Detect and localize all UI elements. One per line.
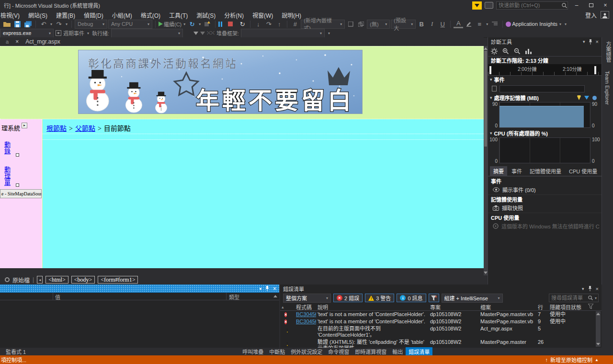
refresh-dropdown-icon[interactable]: ▾	[198, 20, 202, 28]
column-project[interactable]: 專案	[429, 303, 479, 311]
feedback-filter-icon[interactable]	[472, 1, 482, 10]
sidebar-link[interactable]: 單	[0, 178, 11, 187]
show-overlay-icon[interactable]	[346, 20, 355, 28]
quick-launch-box[interactable]	[496, 1, 568, 10]
column-file[interactable]: 檔案	[479, 303, 536, 311]
error-code-link[interactable]: BC30456	[296, 311, 316, 317]
undo-dropdown-icon[interactable]: ▾	[49, 20, 53, 28]
restart-icon[interactable]: ↻	[238, 20, 247, 28]
tab-command-window[interactable]: 命令視窗	[325, 347, 352, 356]
column-code[interactable]: 程式碼	[295, 303, 316, 311]
tag-nav-back-icon[interactable]: ◂	[37, 276, 43, 284]
column-filter-icon[interactable]	[587, 303, 602, 310]
tab-output[interactable]: 輸出	[389, 347, 406, 356]
refresh-icon[interactable]: ↻	[187, 20, 197, 28]
control-handle[interactable]	[16, 183, 19, 187]
save-all-icon[interactable]	[23, 20, 33, 28]
breadcrumb-root-link[interactable]: 根節點	[46, 125, 67, 132]
control-handle[interactable]	[16, 153, 19, 157]
redo-icon[interactable]: ↷	[54, 20, 64, 28]
error-code-link[interactable]: BC30456	[296, 318, 316, 324]
configuration-combo[interactable]: Debug▾	[75, 20, 107, 29]
warnings-toggle-button[interactable]: !3 警告	[365, 294, 394, 302]
scroll-down-icon[interactable]	[484, 272, 488, 274]
search-dropdown-icon[interactable]: ▾	[593, 296, 598, 300]
menu-website[interactable]: 網站(S)	[24, 11, 52, 20]
sign-in-link[interactable]: 登入	[585, 11, 597, 19]
zoom-in-icon[interactable]	[502, 48, 509, 55]
platform-combo[interactable]: Any CPU▾	[108, 20, 152, 29]
tab-solution-explorer[interactable]: 方案總管	[604, 41, 612, 62]
menu-help[interactable]: 說明(H)	[277, 11, 306, 20]
warning-row[interactable]: ! 在目前的主版頁面中找不到 'ContentPlaceHolder1'。 dp…	[280, 325, 602, 339]
menu-team[interactable]: 小組(M)	[108, 11, 136, 20]
timeline-ruler[interactable]: 2:00分鐘 2:10分鐘	[488, 64, 602, 76]
expand-icon[interactable]: ▲	[595, 358, 599, 362]
window-position-icon[interactable]: ▾	[583, 39, 585, 44]
tab-call-stack[interactable]: 呼叫堆疊	[239, 347, 266, 356]
redo-dropdown-icon[interactable]: ▾	[65, 20, 68, 28]
undo-icon[interactable]: ↶	[39, 20, 48, 28]
underline-icon[interactable]: U	[438, 20, 447, 28]
step-out-icon[interactable]: ↑	[274, 20, 284, 28]
save-icon[interactable]	[12, 20, 22, 28]
window-position-icon[interactable]: ▾	[582, 286, 584, 291]
events-dropdown-label[interactable]: 週期事件	[63, 29, 84, 37]
scope-combo[interactable]: 整個方案▾	[283, 294, 331, 303]
menu-window[interactable]: 視窗(W)	[248, 11, 277, 20]
multi-filter-button[interactable]	[429, 294, 439, 302]
scroll-up-icon[interactable]	[484, 47, 488, 50]
menu-build[interactable]: 建置(B)	[52, 11, 79, 20]
application-insights-icon[interactable]	[506, 22, 511, 27]
window-position-icon[interactable]: ▾	[259, 286, 261, 291]
unflag-icon[interactable]: ⤬⤬	[207, 30, 215, 36]
column-line[interactable]: 行	[536, 303, 548, 311]
error-row[interactable]: × BC30456 'text' is not a member of 'Con…	[280, 318, 602, 325]
indent-icon[interactable]	[490, 20, 499, 28]
memory-chart[interactable]: 90 0 90 0	[489, 102, 601, 129]
tab-close-icon[interactable]: ×	[15, 38, 19, 45]
flag-threads-icon[interactable]	[193, 32, 198, 35]
scroll-up-icon[interactable]	[273, 295, 277, 297]
error-list-title-bar[interactable]: 錯誤清單 ▾ ×	[280, 284, 602, 293]
menu-test[interactable]: 測試(S)	[192, 11, 220, 20]
previous-tab-fragment[interactable]: a	[6, 39, 9, 45]
pin-icon[interactable]	[589, 39, 592, 45]
foreground-color-icon[interactable]: A	[454, 20, 463, 28]
application-insights-label[interactable]: Application Insights	[512, 21, 557, 27]
bold-icon[interactable]: B	[417, 20, 426, 28]
tag-form[interactable]: <form#form1>	[98, 276, 138, 284]
tab-breakpoints[interactable]: 中斷點	[266, 347, 288, 356]
page-sidebar[interactable]: 理系統 ▸ 動 錄 動 理 單 e - SiteMapDataSource1	[0, 119, 42, 268]
error-search-box[interactable]: ▾	[549, 294, 599, 302]
menu-view[interactable]: 檢視(V)	[0, 11, 24, 20]
tab-watch-1[interactable]: 監看式 1	[3, 347, 29, 356]
breadcrumb-parent-link[interactable]: 父節點	[75, 125, 95, 132]
list-format-icon[interactable]: ≡	[475, 20, 484, 28]
cpu-chart[interactable]: 100 0 100 0	[489, 137, 601, 165]
range-start-handle[interactable]	[489, 66, 491, 74]
break-all-icon[interactable]	[218, 22, 222, 27]
document-tab[interactable]: Act_mgr.aspx	[25, 38, 60, 45]
list-format-dropdown-icon[interactable]: ▾	[485, 20, 489, 28]
sitemap-datasource-control[interactable]: e - SiteMapDataSource1	[0, 189, 42, 198]
toolbar2-overflow-icon[interactable]: ▾	[327, 29, 331, 37]
error-search-input[interactable]	[549, 295, 588, 301]
tab-cpu-usage[interactable]: CPU 使用量	[566, 166, 601, 176]
flag-just-my-code-icon[interactable]	[200, 32, 205, 35]
window-close-button[interactable]: ×	[600, 1, 611, 10]
settings-gear-icon[interactable]	[491, 48, 498, 55]
font-size-combo[interactable]: (預設大▾	[391, 20, 416, 29]
stack-frame-combo[interactable]: ▾	[241, 29, 325, 38]
add-to-source-control-button[interactable]: 新增至原始檔控制	[550, 356, 592, 364]
close-icon[interactable]: ×	[596, 39, 599, 45]
open-file-icon[interactable]	[2, 20, 11, 28]
window-maximize-button[interactable]	[585, 1, 597, 10]
source-view-icon[interactable]	[5, 277, 10, 282]
toolbar-overflow-icon[interactable]: ▾	[563, 20, 568, 28]
quick-launch-input[interactable]	[497, 2, 561, 8]
watch-type-column[interactable]: 類型	[229, 293, 239, 301]
thread-combo[interactable]: ▾	[111, 29, 183, 38]
menu-analyze[interactable]: 分析(N)	[220, 11, 248, 20]
tab-error-list[interactable]: 錯誤清單	[406, 347, 432, 356]
